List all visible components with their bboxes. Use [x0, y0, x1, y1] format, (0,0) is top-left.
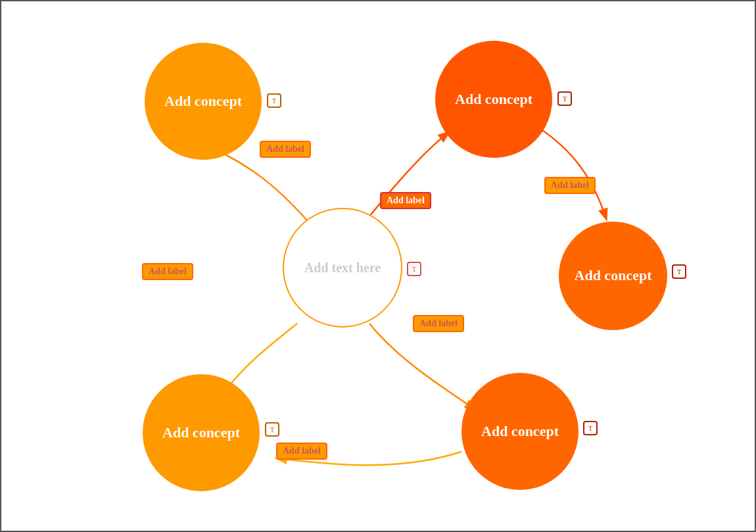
node-bottom-right-edit-icon[interactable]: T	[583, 421, 598, 435]
node-mid-right[interactable]: Add concept	[559, 222, 667, 330]
label-tag-1[interactable]: Add label	[260, 141, 311, 158]
center-node[interactable]: Add text here	[283, 208, 402, 327]
center-node-edit-icon[interactable]: T	[407, 262, 421, 276]
node-bottom-left-label: Add concept	[156, 417, 247, 449]
node-bottom-right[interactable]: Add concept	[461, 373, 579, 490]
label-tag-5[interactable]: Add label	[413, 315, 464, 332]
node-bottom-left[interactable]: Add concept	[143, 374, 260, 491]
node-top-right[interactable]: Add concept	[435, 41, 552, 158]
node-top-left-label: Add concept	[158, 85, 248, 118]
label-tag-2[interactable]: Add label	[380, 192, 431, 209]
concept-map-canvas: Add text here T Add concept T Add concep…	[0, 0, 756, 532]
node-top-left[interactable]: Add concept	[145, 43, 262, 160]
node-mid-right-label: Add concept	[568, 260, 659, 292]
label-tag-4[interactable]: Add label	[142, 263, 193, 280]
node-bottom-right-label: Add concept	[475, 416, 565, 448]
label-tag-3[interactable]: Add label	[544, 177, 596, 194]
label-tag-6[interactable]: Add label	[276, 443, 327, 460]
node-bottom-left-edit-icon[interactable]: T	[265, 422, 279, 437]
node-top-right-label: Add concept	[448, 84, 539, 116]
node-mid-right-edit-icon[interactable]: T	[672, 264, 686, 279]
node-top-right-edit-icon[interactable]: T	[557, 91, 572, 106]
node-top-left-edit-icon[interactable]: T	[267, 93, 281, 108]
center-node-label: Add text here	[304, 260, 381, 276]
